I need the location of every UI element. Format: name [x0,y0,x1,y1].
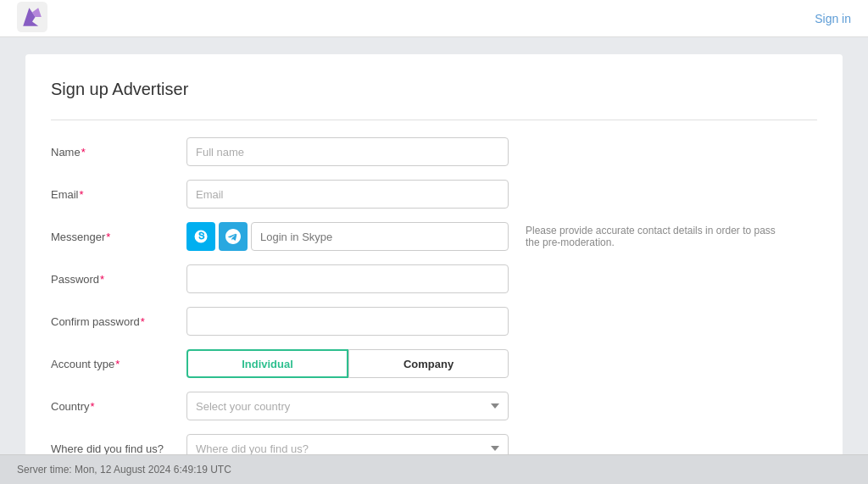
logo [17,2,47,35]
form-card: Sign up Advertiser Name* Email* Messenge… [25,54,843,484]
required-indicator: * [91,400,95,413]
country-label: Country* [51,400,186,413]
divider [51,120,817,120]
required-indicator: * [141,315,145,328]
footer: Server time: Mon, 12 August 2024 6:49:19… [0,454,868,484]
password-label: Password* [51,273,186,286]
required-indicator: * [80,188,84,201]
individual-button[interactable]: Individual [186,349,348,378]
required-indicator: * [106,231,110,243]
messenger-group [186,222,509,251]
required-indicator: * [100,273,104,286]
messenger-label: Messenger* [51,231,186,243]
messenger-note: Please provide accurate contact details … [526,225,780,248]
confirm-password-row: Confirm password* [51,307,817,336]
email-field [186,180,509,209]
company-button[interactable]: Company [348,349,509,378]
password-input[interactable] [186,264,509,293]
navbar: Sign in [0,0,868,37]
page-title: Sign up Advertiser [51,80,817,99]
server-time: Server time: Mon, 12 August 2024 6:49:19… [17,464,231,476]
name-label: Name* [51,146,186,159]
skype-button[interactable] [186,222,215,251]
name-input[interactable] [186,137,509,166]
account-type-row: Account type* Individual Company [51,349,817,378]
country-field: Select your country [186,392,509,420]
find-us-label: Where did you find us? [51,442,186,455]
confirm-password-label: Confirm password* [51,315,186,328]
messenger-row: Messenger* Please [51,222,817,251]
name-row: Name* [51,137,817,166]
main-wrapper: Sign up Advertiser Name* Email* Messenge… [0,37,868,484]
password-field [186,264,509,293]
signin-link[interactable]: Sign in [815,12,851,25]
confirm-password-field [186,307,509,336]
messenger-field [186,222,509,251]
email-input[interactable] [186,180,509,209]
required-indicator: * [115,358,120,370]
telegram-button[interactable] [219,222,248,251]
country-row: Country* Select your country [51,392,817,420]
name-field [186,137,509,166]
account-type-group: Individual Company [186,349,509,378]
country-select[interactable]: Select your country [186,392,509,420]
confirm-password-input[interactable] [186,307,509,336]
password-row: Password* [51,264,817,293]
email-row: Email* [51,180,817,209]
account-type-field: Individual Company [186,349,509,378]
email-label: Email* [51,188,186,201]
messenger-input[interactable] [251,222,509,251]
account-type-label: Account type* [51,358,186,370]
required-indicator: * [81,146,86,159]
